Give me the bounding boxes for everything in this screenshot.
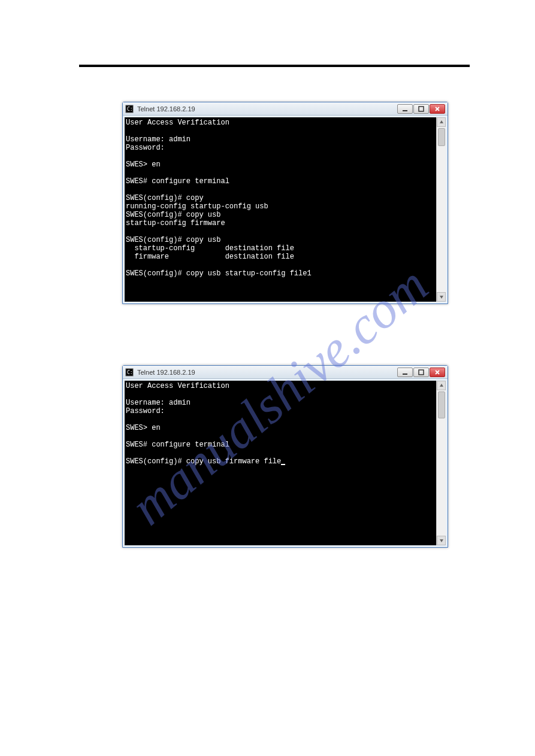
window-title: Telnet 192.168.2.19 (137, 105, 397, 113)
svg-rect-8 (419, 370, 424, 375)
terminal-output[interactable]: User Access Verification Username: admin… (125, 381, 436, 545)
scroll-down-icon[interactable] (437, 536, 446, 545)
minimize-button[interactable] (397, 368, 413, 377)
close-button[interactable] (430, 104, 445, 114)
close-button[interactable] (430, 368, 445, 377)
window-controls (397, 368, 445, 377)
telnet-window-2: C: Telnet 192.168.2.19 User Access Verif… (122, 365, 448, 548)
scroll-up-icon[interactable] (437, 381, 446, 390)
telnet-window-1: C: Telnet 192.168.2.19 User Access Verif… (122, 102, 448, 304)
terminal-container: User Access Verification Username: admin… (123, 379, 448, 547)
scroll-down-icon[interactable] (437, 292, 446, 302)
titlebar[interactable]: C: Telnet 192.168.2.19 (123, 102, 448, 116)
terminal-container: User Access Verification Username: admin… (123, 116, 448, 303)
scroll-thumb[interactable] (438, 128, 445, 146)
terminal-output[interactable]: User Access Verification Username: admin… (125, 117, 436, 302)
svg-text:C:: C: (127, 370, 133, 375)
window-controls (397, 104, 445, 114)
svg-rect-3 (403, 110, 407, 111)
svg-text:C:: C: (127, 107, 133, 112)
svg-rect-4 (419, 107, 424, 111)
cursor-icon (281, 464, 285, 465)
titlebar[interactable]: C: Telnet 192.168.2.19 (123, 366, 448, 379)
cmd-icon: C: (125, 105, 134, 113)
scrollbar[interactable] (436, 381, 446, 545)
svg-rect-7 (403, 374, 407, 375)
maximize-button[interactable] (413, 104, 429, 114)
page-horizontal-rule (79, 65, 470, 67)
window-title: Telnet 192.168.2.19 (137, 369, 397, 376)
cmd-icon: C: (125, 368, 134, 377)
scrollbar[interactable] (436, 117, 446, 302)
maximize-button[interactable] (413, 368, 429, 377)
scroll-up-icon[interactable] (437, 117, 446, 127)
scroll-thumb[interactable] (438, 391, 445, 418)
minimize-button[interactable] (397, 104, 413, 114)
